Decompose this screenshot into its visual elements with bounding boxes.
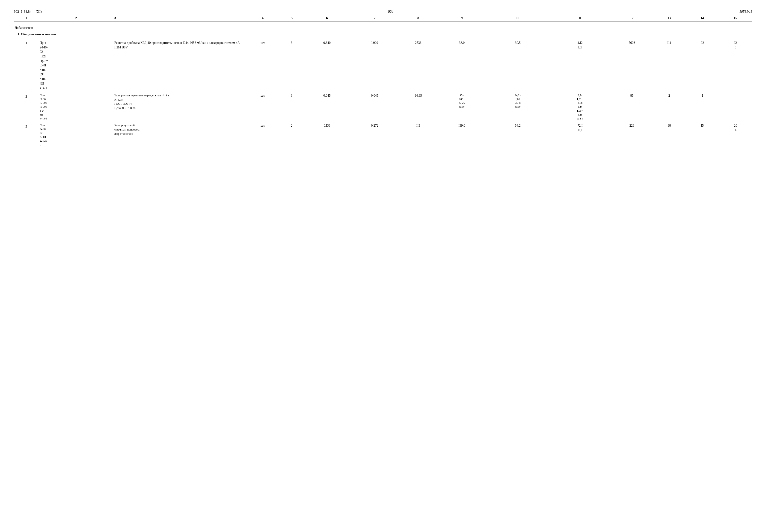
row-unit: шт [246, 122, 279, 148]
row-col9: 45хI,05=47,25за Iт [437, 92, 487, 122]
row-col13: 2 [653, 92, 686, 122]
row-col14: 92 [686, 39, 719, 92]
row-col14: I5 [686, 122, 719, 148]
row-number: 3 [14, 122, 39, 148]
row-col8: 84,65 [400, 92, 437, 122]
col-header-1: I [14, 15, 39, 21]
header-center: – I08 – [384, 9, 397, 14]
row-col13: 38 [653, 122, 686, 148]
row-col10: 54,2 [487, 122, 549, 148]
col-header-5: 5 [279, 15, 304, 21]
table-row: 3 Пр-нт 24-I0- 02 п.304 22-I20- I Затвор… [14, 122, 752, 148]
col-header-13: I3 [653, 15, 686, 21]
row-col10: 24,2хI,0525,4Iза Iт [487, 92, 549, 122]
section-subheader-text: I. Оборудование и монтаж [14, 31, 752, 39]
row-description: Решетка-дробилка КРД-40 производительнос… [113, 39, 246, 92]
col-header-11: II [549, 15, 611, 21]
col-header-12: I2 [611, 15, 653, 21]
section-subheader-row: I. Оборудование и монтаж [14, 31, 752, 39]
col-header-4: 4 [246, 15, 279, 21]
row-qty: 3 [279, 39, 304, 92]
row-reference: Пр-нт I9-06 I6-002 I6-006 3-У- 6II к=I,0… [39, 92, 113, 122]
row-col15: – [719, 92, 752, 122]
row-unit: шт [246, 92, 279, 122]
col-header-9: 9 [437, 15, 487, 21]
row-col12: 226 [611, 122, 653, 148]
row-description: Таль ручная червячная передвижная г/п I … [113, 92, 246, 122]
main-table: I 2 3 4 5 6 7 8 9 I0 II I2 I3 I4 I5 Доба… [14, 15, 752, 148]
col-header-3: 3 [113, 15, 246, 21]
row-col7: 0,045 [350, 92, 400, 122]
row-col6: 0,I36 [304, 122, 350, 148]
row-reference: Пр-нт 24-I0- 02 п.304 22-I20- I [39, 122, 113, 148]
row-number: 2 [14, 92, 39, 122]
table-row: 2 Пр-нт I9-06 I6-002 I6-006 3-У- 6II к=I… [14, 92, 752, 122]
table-row: I Пр-т 24-I0- 02 п.I27 Пр-нт I5-0I п.0I-… [14, 39, 752, 92]
row-col9: 38,0 [437, 39, 487, 92]
row-col6: 0.045 [304, 92, 350, 122]
col-header-10: I0 [487, 15, 549, 21]
row-description: Затвор щитовойс ручным приводомЗЩ-Р-900х… [113, 122, 246, 148]
row-col6: 0,640 [304, 39, 350, 92]
row-unit: шт [246, 39, 279, 92]
row-reference: Пр-т 24-I0- 02 п.I27 Пр-нт I5-0I п.0I- 3… [39, 39, 113, 92]
row-col10: 30,5 [487, 39, 549, 92]
col-header-2: 2 [39, 15, 113, 21]
row-qty: 2 [279, 122, 304, 148]
column-headers: I 2 3 4 5 6 7 8 9 I0 II I2 I3 I4 I5 [14, 15, 752, 21]
row-col12: 7608 [611, 39, 653, 92]
header-left: 902–I–84.84 (XI) [14, 10, 42, 14]
section-header-text: Добавляется: [14, 21, 752, 31]
row-col9: I39,0 [437, 122, 487, 148]
row-col7: 0,272 [350, 122, 400, 148]
col-header-6: 6 [304, 15, 350, 21]
col-header-15: I5 [719, 15, 752, 21]
row-col12: 85 [611, 92, 653, 122]
col-header-7: 7 [350, 15, 400, 21]
col-header-14: I4 [686, 15, 719, 21]
row-col7: I,920 [350, 39, 400, 92]
row-col11: 3,7хI,05=3,88I,2хI,05=I,26за I т [549, 92, 611, 122]
header-right: 19581·11 [739, 10, 752, 14]
row-number: I [14, 39, 39, 92]
col-header-8: 8 [400, 15, 437, 21]
row-col8: 2536 [400, 39, 437, 92]
row-col11: 4,I2I,5I [549, 39, 611, 92]
row-col15: 204 [719, 122, 752, 148]
row-col11: 72,II6,I [549, 122, 611, 148]
row-col14: I [686, 92, 719, 122]
section-header-row: Добавляется: [14, 21, 752, 31]
row-col8: II3 [400, 122, 437, 148]
page-header: 902–I–84.84 (XI) – I08 – 19581·11 [14, 9, 752, 14]
row-col15: I25 [719, 39, 752, 92]
row-qty: I [279, 92, 304, 122]
row-col13: II4 [653, 39, 686, 92]
